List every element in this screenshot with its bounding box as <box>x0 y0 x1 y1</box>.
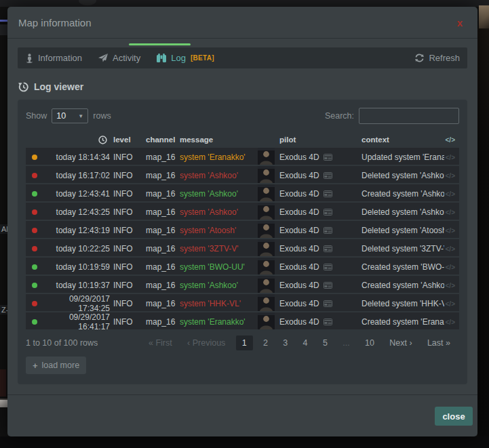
row-code-icon[interactable]: </> <box>444 172 455 180</box>
table-row[interactable]: today 10:19:37 INFO map_16 system 'Ashko… <box>26 276 459 293</box>
refresh-button[interactable]: Refresh <box>408 47 467 68</box>
pagination-item[interactable]: « First <box>144 336 177 350</box>
history-icon <box>18 82 28 92</box>
row-code-icon[interactable]: </> <box>444 319 455 326</box>
pilot-name: Exodus 4D <box>279 281 319 290</box>
log-channel: map_16 <box>142 171 176 180</box>
background-left-panel-fragment <box>0 23 7 35</box>
table-row[interactable]: today 10:19:59 INFO map_16 system 'BWO-U… <box>26 258 459 274</box>
tab-log[interactable]: Log [BETA] <box>149 47 222 68</box>
page-size-select[interactable]: 10 ▼ <box>52 108 88 123</box>
load-more-label: load more <box>42 361 80 370</box>
table-row[interactable]: today 12:43:41 INFO map_16 system 'Ashko… <box>26 184 459 201</box>
id-card-icon <box>324 245 332 252</box>
refresh-label: Refresh <box>429 53 460 63</box>
log-context: Created system 'BWO-UU'... <box>357 262 444 272</box>
pilot-column-header[interactable]: pilot <box>277 136 357 144</box>
status-dot <box>32 319 37 325</box>
pilot-avatar <box>258 294 275 311</box>
log-time: today 12:43:41 <box>39 189 110 199</box>
log-context: Created system 'Ashkoo' ... <box>357 189 444 199</box>
log-table-panel: Show 10 ▼ rows Search: <box>18 100 467 384</box>
page-size-value: 10 <box>56 111 66 121</box>
row-code-icon[interactable]: </> <box>444 245 455 253</box>
code-column-header-icon[interactable]: </> <box>444 136 455 144</box>
pilot-name: Exodus 4D <box>279 299 319 308</box>
pagination-item[interactable]: 5 <box>318 336 332 350</box>
log-message: system 'Ashkoo' <box>176 189 258 199</box>
table-row[interactable]: today 10:22:25 INFO map_16 system '3ZTV-… <box>26 239 459 256</box>
pagination-item[interactable]: Last » <box>423 336 455 350</box>
tab-label: Log <box>171 53 186 63</box>
table-row[interactable]: 09/29/2017 16:41:17 INFO map_16 system '… <box>26 312 459 329</box>
close-icon[interactable]: x <box>454 16 465 29</box>
status-dot <box>32 228 37 233</box>
status-dot <box>32 209 37 215</box>
channel-column-header[interactable]: channel <box>142 136 176 144</box>
log-channel: map_16 <box>142 244 176 253</box>
dialog-body: Information Activity Log [BETA] <box>7 39 477 386</box>
table-row[interactable]: today 12:43:19 INFO map_16 system 'Atoos… <box>26 221 459 238</box>
log-time: today 10:22:25 <box>39 244 110 253</box>
id-card-icon <box>324 300 332 307</box>
background-left-blue-line <box>0 20 7 22</box>
load-more-button[interactable]: + load more <box>26 357 86 374</box>
close-button[interactable]: close <box>435 407 473 426</box>
row-code-icon[interactable]: </> <box>444 154 455 161</box>
table-row[interactable]: today 18:14:34 INFO map_16 system 'Erana… <box>26 148 459 165</box>
pilot-name: Exodus 4D <box>279 317 319 327</box>
pagination-item[interactable]: Next › <box>385 336 416 350</box>
log-message: system 'Eranakko' <box>176 152 258 162</box>
pagination-item[interactable]: ‹ Previous <box>182 336 230 350</box>
tab-activity[interactable]: Activity <box>90 47 149 68</box>
time-column-header[interactable] <box>39 135 110 144</box>
table-row[interactable]: today 12:43:25 INFO map_16 system 'Ashko… <box>26 203 459 220</box>
status-dot <box>32 283 37 288</box>
pagination-item[interactable]: 1 <box>236 335 253 350</box>
rows-label: rows <box>93 111 111 121</box>
table-row[interactable]: today 16:17:02 INFO map_16 system 'Ashko… <box>26 166 459 183</box>
row-code-icon[interactable]: </> <box>444 227 455 235</box>
log-context: Deleted system 'Ashkoo' ... <box>357 171 444 180</box>
log-time: today 10:19:59 <box>39 262 110 272</box>
pilot-avatar <box>258 258 275 274</box>
map-information-dialog: Map information x Information Activity <box>7 7 477 436</box>
log-context: Deleted system 'Ashkoo' ... <box>357 207 444 217</box>
log-time: today 18:14:34 <box>39 152 110 162</box>
log-level: INFO <box>110 226 142 235</box>
context-column-header[interactable]: context <box>357 136 444 144</box>
pagination-bar: 1 to 10 of 100 rows « First‹ Previous123… <box>26 334 459 352</box>
table-row[interactable]: 09/29/2017 17:34:25 INFO map_16 system '… <box>26 294 459 311</box>
pagination-info: 1 to 10 of 100 rows <box>26 338 134 348</box>
log-message: system 'BWO-UU' <box>176 262 258 272</box>
message-column-header[interactable]: message <box>176 136 258 144</box>
pagination-item[interactable]: ... <box>338 336 354 350</box>
pagination-item[interactable]: 10 <box>360 336 379 350</box>
background-bottom-strip <box>0 436 489 448</box>
row-code-icon[interactable]: </> <box>444 300 455 308</box>
row-code-icon[interactable]: </> <box>444 209 455 216</box>
row-code-icon[interactable]: </> <box>444 264 455 271</box>
id-card-icon <box>324 227 332 234</box>
tab-information[interactable]: Information <box>18 47 90 68</box>
log-time: today 12:43:25 <box>39 207 110 217</box>
level-column-header[interactable]: level <box>110 136 142 144</box>
log-time: 09/29/2017 17:34:25 <box>39 294 110 313</box>
pilot-name: Exodus 4D <box>279 207 319 217</box>
row-code-icon[interactable]: </> <box>444 190 455 198</box>
pilot-avatar <box>258 221 275 238</box>
log-context: Updated system 'Eranakk... <box>357 152 444 162</box>
status-dot <box>32 246 37 251</box>
show-label: Show <box>26 111 47 121</box>
status-dot <box>32 173 37 178</box>
pilot-avatar <box>258 148 275 165</box>
clock-icon <box>98 136 107 144</box>
search-input[interactable] <box>359 108 459 124</box>
pagination-item[interactable]: 3 <box>278 336 292 350</box>
log-context: Created system 'Ashkoo' ... <box>357 281 444 290</box>
pagination-item[interactable]: 4 <box>298 336 313 350</box>
pilot-avatar <box>258 239 275 256</box>
row-code-icon[interactable]: </> <box>444 282 455 289</box>
pagination-item[interactable]: 2 <box>258 336 273 350</box>
dialog-footer: close <box>7 394 477 436</box>
